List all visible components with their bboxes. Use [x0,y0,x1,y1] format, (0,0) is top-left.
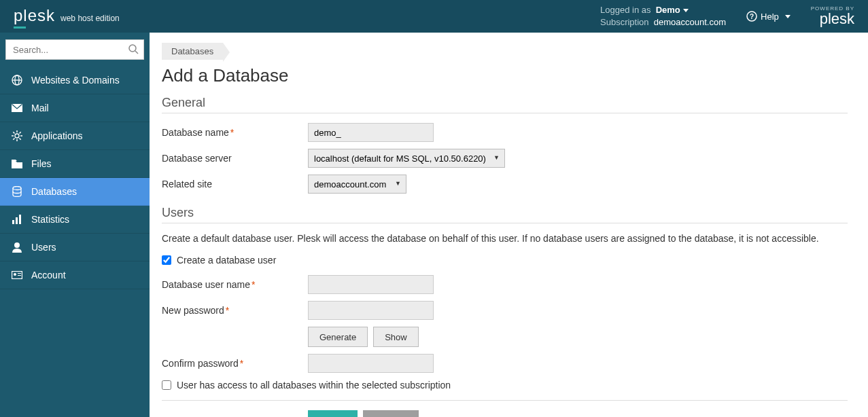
mail-icon [11,102,23,114]
user-icon [11,241,23,253]
sidebar-item-label: Applications [31,130,83,141]
svg-line-3 [135,51,138,54]
chart-icon [11,213,23,225]
powered-by: POWERED BY plesk [811,6,854,26]
breadcrumb-item[interactable]: Databases [162,43,223,60]
create-user-checkbox[interactable] [162,255,171,265]
logged-in-label: Logged in as [600,5,650,15]
search-icon[interactable] [128,43,139,54]
create-user-label: Create a database user [177,255,276,266]
db-server-label: Database server [162,153,308,164]
svg-point-23 [14,273,16,276]
access-all-label: User has access to all databases within … [177,380,451,391]
db-server-select[interactable]: localhost (default for MS SQL, v10.50.62… [308,149,505,168]
new-password-label: New password* [162,305,308,316]
folder-icon [11,158,23,170]
chevron-down-icon [785,15,791,18]
db-name-label: Database name* [162,127,308,138]
svg-line-16 [20,132,21,133]
search-input[interactable] [5,39,144,60]
svg-point-17 [13,187,21,190]
subscription-value[interactable]: demoaccount.com [654,17,726,27]
svg-rect-19 [16,217,18,224]
svg-rect-24 [18,273,21,274]
sidebar-item-label: Account [31,270,66,280]
ok-button[interactable]: OK [308,410,358,417]
sidebar-item-label: Databases [31,186,77,197]
help-menu[interactable]: ? Help [746,11,791,22]
sidebar-item-websites[interactable]: Websites & Domains [0,67,150,94]
brand-logo[interactable]: plesk web host edition [14,6,120,27]
logo-subtitle: web host edition [60,14,120,23]
confirm-password-input[interactable] [308,354,434,373]
related-site-label: Related site [162,179,308,189]
sidebar-item-label: Files [31,158,52,169]
svg-line-14 [20,139,21,140]
related-site-select[interactable]: demoaccount.com [308,175,406,194]
logo-underline [14,26,26,29]
generate-button[interactable]: Generate [308,327,368,347]
sidebar-item-account[interactable]: Account [0,261,150,289]
help-icon: ? [746,11,757,22]
db-name-input[interactable] [308,123,434,142]
access-all-checkbox[interactable] [162,380,171,390]
svg-point-8 [15,134,19,138]
main-content: Databases Add a Database General Databas… [150,33,868,417]
section-heading-users: Users [162,206,848,223]
sidebar-item-users[interactable]: Users [0,234,150,261]
sidebar-item-statistics[interactable]: Statistics [0,206,150,234]
sidebar-item-label: Mail [31,103,49,113]
section-heading-general: General [162,96,848,113]
card-icon [11,269,23,281]
cancel-button[interactable]: Cancel [363,410,419,417]
new-password-input[interactable] [308,301,434,320]
sidebar: Websites & Domains Mail Applications Fil… [0,33,150,417]
breadcrumb: Databases [162,43,848,60]
svg-line-15 [13,139,14,140]
svg-rect-20 [19,215,21,224]
svg-point-21 [14,242,20,248]
top-bar: plesk web host edition Logged in as Demo… [0,0,868,33]
svg-text:?: ? [750,13,754,20]
sidebar-item-mail[interactable]: Mail [0,94,150,122]
sidebar-item-databases[interactable]: Databases [0,178,150,206]
svg-line-13 [13,132,14,133]
svg-rect-18 [12,220,14,224]
svg-point-2 [129,45,136,52]
sidebar-item-applications[interactable]: Applications [0,122,150,150]
logo-text: plesk [14,6,55,25]
confirm-password-label: Confirm password* [162,358,308,369]
show-button[interactable]: Show [373,327,419,347]
sidebar-item-label: Websites & Domains [31,75,120,86]
sidebar-item-files[interactable]: Files [0,150,150,178]
database-icon [11,185,23,198]
gear-icon [11,130,23,142]
svg-rect-25 [18,275,21,276]
subscription-label: Subscription [600,17,649,27]
page-title: Add a Database [162,65,848,86]
login-info: Logged in as Demo Subscription demoaccou… [600,4,726,29]
user-name-input[interactable] [308,275,434,294]
user-name-label: Database user name* [162,279,308,290]
sidebar-item-label: Users [31,242,56,253]
user-menu[interactable]: Demo [656,5,689,15]
chevron-down-icon [683,9,689,12]
sidebar-item-label: Statistics [31,214,69,225]
globe-icon [11,74,23,86]
users-description: Create a default database user. Plesk wi… [162,233,848,244]
